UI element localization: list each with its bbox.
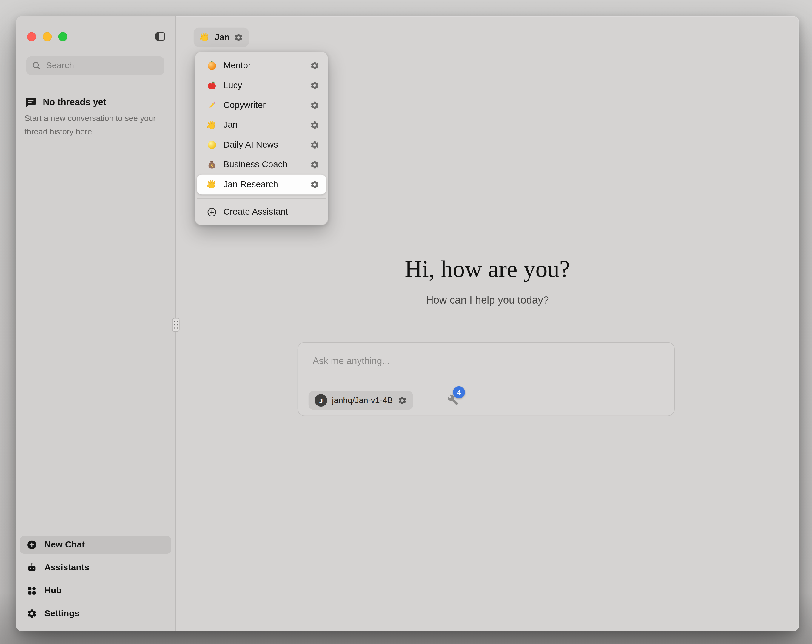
gear-icon bbox=[310, 101, 319, 110]
assistant-gear-button[interactable] bbox=[310, 140, 319, 149]
money-bag-icon bbox=[206, 160, 217, 170]
assistant-menu-item-copywriter[interactable]: Copywriter bbox=[197, 95, 326, 115]
assistant-menu-item-jan[interactable]: Jan bbox=[197, 115, 326, 135]
assistant-name: Jan Research bbox=[223, 180, 278, 190]
tools-count-badge: 4 bbox=[453, 387, 465, 398]
sidebar-item-label: New Chat bbox=[44, 540, 85, 550]
greeting-subtitle: How can I help you today? bbox=[176, 294, 799, 306]
assistant-menu-item-jan-research[interactable]: Jan Research bbox=[197, 175, 326, 194]
assistant-name: Copywriter bbox=[223, 100, 266, 111]
assistant-gear-button[interactable] bbox=[310, 61, 319, 70]
grid-icon bbox=[27, 586, 37, 596]
minimize-window-button[interactable] bbox=[43, 32, 52, 41]
sidebar-item-label: Hub bbox=[44, 586, 62, 596]
search-field bbox=[26, 56, 164, 75]
plus-circle-outline-icon bbox=[206, 207, 217, 217]
search-icon bbox=[31, 61, 42, 71]
assistant-gear-button[interactable] bbox=[310, 120, 319, 130]
waving-hand-icon bbox=[206, 120, 217, 130]
menu-separator bbox=[197, 198, 326, 199]
desktop: No threads yet Start a new conversation … bbox=[0, 0, 812, 644]
assistant-name: Business Coach bbox=[223, 160, 287, 170]
create-assistant-label: Create Assistant bbox=[223, 207, 288, 217]
assistant-name: Mentor bbox=[223, 61, 251, 71]
search-input[interactable] bbox=[26, 56, 164, 75]
assistant-menu-item-daily-ai-news[interactable]: Daily AI News bbox=[197, 135, 326, 155]
greeting: Hi, how are you? How can I help you toda… bbox=[176, 256, 799, 306]
assistant-selector-button[interactable]: Jan bbox=[194, 28, 249, 47]
assistant-menu-item-business-coach[interactable]: Business Coach bbox=[197, 155, 326, 174]
gear-icon[interactable] bbox=[397, 396, 407, 405]
pencil-icon bbox=[206, 100, 217, 111]
assistant-menu-item-lucy[interactable]: Lucy bbox=[197, 76, 326, 95]
orange-circle-icon bbox=[206, 61, 217, 71]
sidebar-item-hub[interactable]: Hub bbox=[20, 582, 171, 600]
model-name: janhq/Jan-v1-4B bbox=[332, 396, 393, 405]
assistant-gear-button[interactable] bbox=[310, 81, 319, 90]
message-input[interactable] bbox=[311, 355, 637, 367]
sidebar-nav: New Chat Assistants Hub Settings bbox=[20, 536, 171, 628]
plus-circle-icon bbox=[27, 540, 37, 550]
app-window: No threads yet Start a new conversation … bbox=[16, 16, 799, 631]
sidebar-item-label: Settings bbox=[44, 609, 79, 619]
gear-icon bbox=[310, 61, 319, 70]
gear-icon[interactable] bbox=[234, 32, 243, 42]
sidebar: No threads yet Start a new conversation … bbox=[16, 16, 175, 631]
close-window-button[interactable] bbox=[27, 32, 36, 41]
model-selector-button[interactable]: J janhq/Jan-v1-4B bbox=[308, 391, 413, 410]
empty-state-description: Start a new conversation to see your thr… bbox=[24, 111, 156, 139]
create-assistant-button[interactable]: Create Assistant bbox=[197, 202, 326, 222]
robot-icon bbox=[27, 563, 37, 573]
window-controls bbox=[27, 32, 67, 41]
sidebar-panel-icon bbox=[154, 31, 166, 42]
sidebar-item-assistants[interactable]: Assistants bbox=[20, 559, 171, 577]
zoom-window-button[interactable] bbox=[58, 32, 67, 41]
sidebar-toggle-button[interactable] bbox=[154, 31, 166, 42]
chat-composer: J janhq/Jan-v1-4B 4 bbox=[298, 342, 675, 416]
waving-hand-icon bbox=[199, 32, 211, 43]
assistant-name: Jan bbox=[223, 120, 238, 130]
assistant-name: Daily AI News bbox=[223, 140, 278, 150]
gear-icon bbox=[310, 81, 319, 90]
chat-bubble-icon bbox=[25, 97, 37, 108]
waving-hand-icon bbox=[206, 180, 217, 190]
model-avatar: J bbox=[314, 394, 327, 406]
assistant-name: Lucy bbox=[223, 80, 242, 91]
sidebar-item-new-chat[interactable]: New Chat bbox=[20, 536, 171, 554]
assistant-gear-button[interactable] bbox=[310, 160, 319, 169]
gear-icon bbox=[310, 160, 319, 169]
empty-state-title: No threads yet bbox=[43, 97, 106, 108]
assistant-dropdown-menu: Mentor Lucy Copywriter bbox=[195, 52, 328, 225]
current-assistant-name: Jan bbox=[215, 32, 230, 43]
sidebar-item-label: Assistants bbox=[44, 563, 89, 573]
greeting-title: Hi, how are you? bbox=[176, 256, 799, 283]
gear-icon bbox=[310, 180, 319, 189]
gear-icon bbox=[310, 140, 319, 149]
assistant-gear-button[interactable] bbox=[310, 101, 319, 110]
empty-state-header: No threads yet bbox=[25, 97, 106, 108]
assistant-gear-button[interactable] bbox=[310, 180, 319, 189]
sidebar-item-settings[interactable]: Settings bbox=[20, 605, 171, 623]
assistant-menu-item-mentor[interactable]: Mentor bbox=[197, 56, 326, 75]
gear-icon bbox=[27, 609, 37, 619]
main-area: Jan Mentor Lucy Copy bbox=[176, 16, 799, 631]
apple-icon bbox=[206, 80, 217, 91]
yellow-circle-icon bbox=[206, 140, 217, 150]
gear-icon bbox=[310, 120, 319, 130]
